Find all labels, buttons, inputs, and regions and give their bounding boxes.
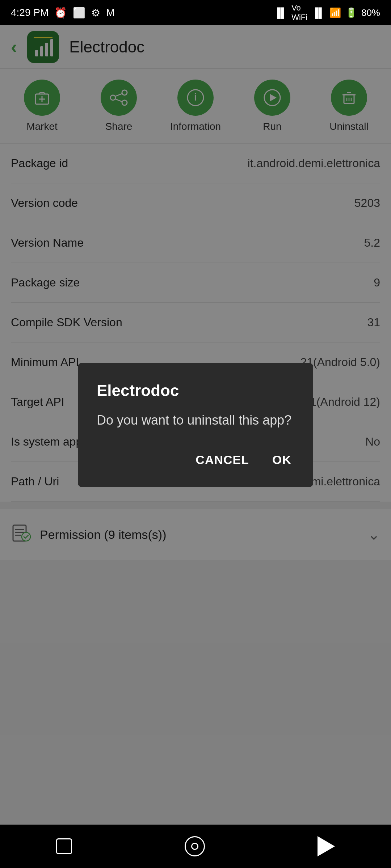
nav-back-button[interactable] [318, 836, 335, 856]
whatsapp-icon: ⬜ [73, 7, 85, 19]
gmail-icon: M [106, 7, 114, 18]
nav-recents-button[interactable] [56, 838, 72, 854]
battery-icon: 🔋 [345, 7, 357, 18]
dialog-buttons: CANCEL OK [97, 447, 294, 473]
back-icon [318, 836, 335, 856]
status-bar: 4:29 PM ⏰ ⬜ ⚙ M ▐▌ VoWiFi ▐▌ 📶 🔋 80% [0, 0, 391, 25]
home-icon-inner [191, 843, 198, 850]
settings-icon: ⚙ [91, 7, 100, 19]
dialog-ok-button[interactable]: OK [269, 447, 294, 473]
status-time: 4:29 PM [11, 7, 49, 18]
dialog-title: Electrodoc [97, 382, 294, 400]
wifi-icon: 📶 [329, 7, 341, 18]
uninstall-dialog: Electrodoc Do you want to uninstall this… [78, 363, 313, 487]
status-right: ▐▌ VoWiFi ▐▌ 📶 🔋 80% [274, 3, 380, 22]
nav-home-button[interactable] [185, 836, 205, 856]
signal-icon: ▐▌ [274, 7, 287, 18]
alarm-icon: ⏰ [54, 7, 67, 19]
vo-wifi-icon: VoWiFi [291, 3, 307, 22]
status-left: 4:29 PM ⏰ ⬜ ⚙ M [11, 7, 115, 19]
signal2-icon: ▐▌ [312, 7, 325, 18]
dialog-overlay: Electrodoc Do you want to uninstall this… [0, 25, 391, 825]
recents-icon [56, 838, 72, 854]
home-icon [185, 836, 205, 856]
dialog-cancel-button[interactable]: CANCEL [193, 447, 252, 473]
bottom-nav [0, 825, 391, 868]
main-content: ‹ Electrodoc Market [0, 25, 391, 825]
battery-pct: 80% [361, 7, 380, 18]
dialog-message: Do you want to uninstall this app? [97, 411, 294, 429]
